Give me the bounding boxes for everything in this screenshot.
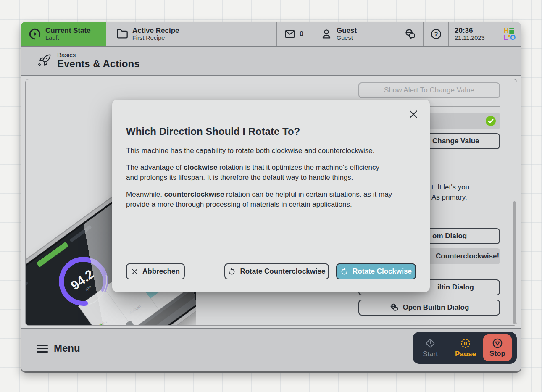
active-recipe-value: First Recipe [132, 34, 179, 42]
dialog-body: This machine has the capability to rotat… [126, 146, 392, 216]
dialog-footer: Abbrechen Rotate Counterclockwise Rotate… [126, 263, 416, 279]
cancel-x-icon [131, 268, 138, 275]
logo-letter-l: L [504, 34, 508, 41]
user-name: Guest [337, 26, 357, 35]
show-alert-label: Show Alert To Change Value [384, 86, 474, 95]
dialog-title: Which Direction Should I Rotate To? [126, 126, 300, 137]
language-tile[interactable] [397, 22, 423, 46]
dialog-paragraph-2: The advantage of clockwise rotation is t… [126, 163, 392, 183]
machine-control-cluster: Start Pause Stop [413, 332, 517, 364]
logo-letter-o: O [510, 34, 516, 41]
active-recipe-label: Active Recipe [132, 26, 179, 35]
close-icon[interactable] [408, 109, 419, 120]
menu-label: Menu [54, 342, 80, 354]
help-tile[interactable]: ? [423, 22, 448, 46]
logo-letter-i-dot [508, 35, 510, 37]
page-title: Events & Actions [57, 58, 140, 69]
hamburger-icon [37, 345, 48, 353]
open-builtin-label: Open Builtin Dialog [403, 303, 469, 312]
current-state-tile[interactable]: Current State Läuft [21, 22, 106, 46]
start-label: Start [423, 350, 438, 358]
check-circle-icon [485, 116, 496, 126]
cancel-button[interactable]: Abbrechen [126, 263, 185, 279]
app-window: Current State Läuft Active Recipe First … [21, 22, 521, 371]
mail-icon [284, 29, 295, 39]
stop-icon [492, 338, 503, 349]
rotate-cw-icon [340, 268, 348, 276]
logo-letter-h: H [504, 28, 509, 34]
user-role: Guest [337, 34, 357, 42]
dialog-paragraph-3: Meanwhile, counterclockwise rotation can… [126, 189, 392, 210]
user-icon [321, 28, 332, 40]
cancel-label: Abbrechen [142, 267, 180, 276]
folder-icon [116, 28, 128, 40]
logo-tile: H L O [498, 22, 521, 46]
top-status-bar: Current State Läuft Active Recipe First … [21, 22, 521, 47]
pause-icon [460, 338, 471, 349]
dialog-paragraph-1: This machine has the capability to rotat… [126, 146, 392, 156]
clock-tile: 20:36 21.11.2023 [448, 22, 498, 46]
rotate-ccw-icon [228, 268, 236, 276]
breadcrumb: Basics [57, 52, 140, 59]
active-recipe-tile[interactable]: Active Recipe First Recipe [106, 22, 276, 46]
bottom-bar: Menu Start Pause [21, 328, 521, 371]
helio-logo: H L O [504, 28, 516, 41]
rotate-clockwise-button[interactable]: Rotate Clockwise [336, 263, 416, 279]
date-value: 21.11.2023 [455, 34, 485, 42]
description-fragment-2: As primary, [431, 193, 467, 202]
play-circle-icon [29, 28, 41, 40]
rotate-direction-dialog: Which Direction Should I Rotate To? This… [112, 100, 430, 292]
page-header: Basics Events & Actions [21, 46, 521, 76]
dialog-footer-divider [119, 251, 423, 251]
custom-dialog-label: om Dialog [432, 232, 467, 240]
open-builtin-dialog-button[interactable]: Open Builtin Dialog [358, 300, 500, 316]
description-fragment-1: t. It let's you [431, 183, 469, 192]
stop-label: Stop [489, 350, 505, 358]
scrollbar[interactable] [513, 201, 516, 324]
rotate-counterclockwise-button[interactable]: Rotate Counterclockwise [224, 263, 329, 279]
rocket-icon [38, 54, 51, 67]
change-value-label: Change Value [432, 137, 479, 145]
builtin-dialog-label: iltin Dialog [437, 283, 474, 292]
current-state-value: Läuft [45, 34, 91, 42]
logo-letter-e [509, 28, 514, 34]
time-value: 20:36 [455, 26, 485, 35]
user-tile[interactable]: Guest Guest [311, 22, 397, 46]
ccw-status-label: Counterclockwise! [436, 252, 499, 260]
pause-label: Pause [455, 350, 476, 358]
rotate-ccw-label: Rotate Counterclockwise [240, 267, 325, 276]
message-count: 0 [300, 30, 303, 38]
help-icon: ? [430, 28, 442, 40]
dialog-globe-icon [389, 303, 399, 312]
show-alert-button[interactable]: Show Alert To Change Value [358, 82, 500, 98]
stop-button[interactable]: Stop [483, 334, 512, 361]
messages-tile[interactable]: 0 [276, 22, 311, 46]
start-button[interactable]: Start [413, 332, 448, 364]
pause-button[interactable]: Pause [448, 332, 483, 364]
start-icon [425, 338, 436, 349]
language-globe-icon [404, 28, 416, 40]
menu-button[interactable]: Menu [37, 342, 80, 354]
svg-text:?: ? [434, 31, 438, 37]
current-state-label: Current State [45, 26, 91, 35]
rotate-cw-label: Rotate Clockwise [353, 267, 412, 276]
